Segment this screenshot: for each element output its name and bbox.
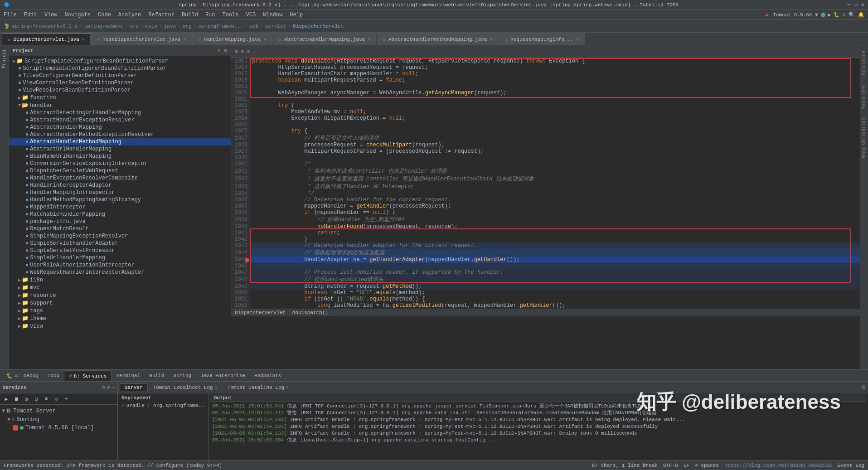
git-url[interactable]: https://blog.csdn.net/baidu_38682535 [724,463,832,468]
tab-debug[interactable]: 🐛 5: Debug [2,370,43,381]
tab-close[interactable]: ✕ [183,37,186,42]
path-seg-6[interactable]: springframew... [198,24,243,29]
log-tab-close-2[interactable]: ✕ [286,385,289,390]
debug-button[interactable]: 🐛 [834,12,840,18]
tab-close[interactable]: ✕ [490,37,493,42]
tree-item[interactable]: ● AbstractHandlerMethodExceptionResolver [9,131,231,138]
tree-item[interactable]: ● UserRoleAuthorizationInterceptor [9,262,231,269]
tree-item-resource[interactable]: ▶ 📁 resource [9,291,231,299]
structure-tab[interactable]: Structure [861,47,868,79]
tree-item[interactable]: ● BeanNameUrlHandlerMapping [9,153,231,160]
menu-window[interactable]: Window [259,11,286,19]
menu-build[interactable]: Build [178,11,202,19]
tree-item-mvc[interactable]: ▶ 📁 mvc [9,284,231,291]
tree-item[interactable]: ● SimpleServletHandlerAdapter [9,240,231,247]
event-log[interactable]: Event Log [838,463,864,468]
clear-log-btn[interactable]: 🗑 [861,384,866,390]
path-seg-3[interactable]: main [145,24,157,29]
close-button[interactable]: ✕ [861,1,864,8]
minimize-button[interactable]: ─ [847,1,850,8]
menu-vcs[interactable]: VCS [242,11,260,19]
tree-item[interactable]: ● WebRequestHandlerInterceptorAdapter [9,269,231,276]
running-item[interactable]: ▼ ⚡ Running [0,415,117,424]
menu-tools[interactable]: Tools [219,11,242,19]
code-content[interactable]: 1015 protected void doDispatch(HttpServl… [231,58,860,369]
tab-java-enterprise[interactable]: Java Enterprise [196,370,250,381]
menu-analyze[interactable]: Analyze [115,11,145,19]
log-tab-server[interactable]: Server [120,383,148,391]
tab-close[interactable]: ✕ [576,37,579,42]
code-editor[interactable]: ⊞ ≡ ⚙ ↑ 1015 protected void doDispatch(H… [231,45,860,369]
tab-todo[interactable]: TODO [43,370,64,381]
collapse-btn[interactable]: ⊟ [32,394,41,403]
tab-requestmappinginfo[interactable]: ☕ RequestMappingInfo... ✕ [499,33,585,45]
log-tab-catalina[interactable]: Tomcat Catalina Log ✕ [223,384,293,391]
menu-help[interactable]: Help [286,11,306,19]
stop-btn[interactable]: ⏹ [12,394,21,403]
menu-refactor[interactable]: Refactor [145,11,178,19]
tab-spring[interactable]: Spring [169,370,196,381]
tree-item[interactable]: ● HandlerExceptionResolverComposite [9,174,231,182]
menu-file[interactable]: File [0,11,20,19]
path-seg-5[interactable]: org [183,24,192,29]
log-tab-close-1[interactable]: ✕ [215,385,218,390]
run-button[interactable]: ▶ [828,12,831,18]
log-tab-localhost[interactable]: Tomcat Localhost Log ✕ [149,384,222,391]
tab-abstracthandlermethodmapping[interactable]: ☕ AbstractHandlerMethodMapping.java ✕ [377,33,499,45]
tomcat-server-item[interactable]: ▼ 🖥 Tomcat Server [0,407,117,415]
favorites-tab[interactable]: Favorites [861,81,868,112]
path-seg-2[interactable]: src [130,24,139,29]
layout-icon[interactable]: ≡ [224,48,227,53]
menu-edit[interactable]: Edit [20,11,41,19]
menu-code[interactable]: Code [94,11,115,19]
maximize-button[interactable]: □ [854,1,858,8]
tab-abstracthandlermapping[interactable]: ☕ AbstractHandlerMapping.java ✕ [272,33,376,45]
tree-item[interactable]: ● SimpleMappingExceptionResolver [9,233,231,240]
project-tree[interactable]: ▶ 📁 ScriptTemplateConfigurerBeanDefiniti… [9,56,231,369]
tree-item[interactable]: ● SimpleServletPostProcessor [9,247,231,254]
tree-item-selected[interactable]: ● AbstractHandlerMethodMapping [9,138,231,145]
tree-item[interactable]: ● AbstractUrlHandlerMapping [9,145,231,153]
menu-run[interactable]: Run [202,11,219,19]
add-btn[interactable]: + [62,394,71,403]
server-tree[interactable]: ▼ 🖥 Tomcat Server ▼ ⚡ Running Tomcat 8.5… [0,405,117,434]
tree-item[interactable]: ● package-info.java [9,218,231,225]
frameworks-detected[interactable]: Frameworks Detected: JPA framework is de… [4,463,222,468]
tree-item-function[interactable]: ▶ 📁 function [9,94,231,102]
tree-item[interactable]: ● RequestMatchResult [9,225,231,233]
services-settings-icon[interactable]: ⚙ [107,384,110,390]
stop-icon[interactable] [13,425,18,431]
path-seg-0[interactable]: spring-framework-5.2.x [12,24,78,29]
tree-item[interactable]: ● AbstractHandlerExceptionResolver [9,116,231,124]
run-all-btn[interactable]: ▶ [2,394,11,403]
tab-build[interactable]: Build [145,370,169,381]
tree-item[interactable]: ● AbstractHandlerMapping [9,124,231,131]
tree-item-tags[interactable]: ▶ 📁 tags [9,307,231,315]
group-btn[interactable]: ≡ [42,394,51,403]
tab-close[interactable]: ✕ [82,37,85,42]
tree-item[interactable]: ● HandlerInterceptorAdapter [9,182,231,189]
tree-item[interactable]: ● MappedInterceptor [9,204,231,211]
window-controls[interactable]: ─ □ ✕ [847,1,864,8]
toolbar-icons-left[interactable]: ⊞ ≡ ⚙ ↑ [235,48,256,54]
tree-item[interactable]: ● SimpleUrlHandlerMapping [9,254,231,262]
tab-endpoints[interactable]: Endpoints [250,370,286,381]
code-scroll[interactable]: 1015 protected void doDispatch(HttpServl… [231,58,860,369]
tab-services[interactable]: ⚡ 8: Services [64,370,112,381]
path-seg-9[interactable]: DispatcherServlet [293,24,344,29]
tab-testdispatcher[interactable]: ☕ TestDispatcherServlet.java ✕ [91,33,192,45]
path-seg-1[interactable]: spring-webmvc [84,24,123,29]
tree-item[interactable]: ● ConversionServiceExposingInterceptor [9,160,231,167]
services-gear-icon[interactable]: ⚙ [102,384,105,390]
tomcat-instance-item[interactable]: Tomcat 8.5.66 [local] [0,424,117,432]
tree-item-support[interactable]: ▶ 📁 support [9,299,231,307]
tree-item[interactable]: ● HandlerMappingIntrospector [9,189,231,196]
project-icon[interactable]: Project [2,49,7,68]
filter-btn[interactable]: ⊘ [52,394,61,403]
expand-btn[interactable]: ⊞ [22,394,31,403]
tab-close[interactable]: ✕ [368,37,370,42]
menu-navigate[interactable]: Navigate [61,11,94,19]
path-seg-4[interactable]: java [164,24,176,29]
path-seg-7[interactable]: web [250,24,259,29]
tab-terminal[interactable]: Terminal [112,370,145,381]
